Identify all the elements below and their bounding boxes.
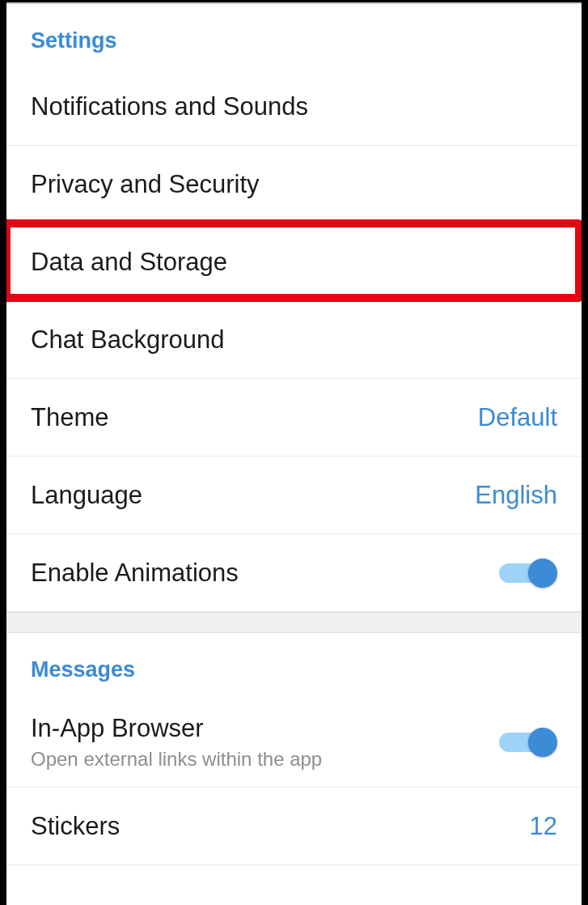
row-label: Theme xyxy=(31,403,108,432)
row-label: Stickers xyxy=(31,812,120,841)
settings-item-chat-background[interactable]: Chat Background xyxy=(6,301,582,379)
row-value: English xyxy=(475,481,557,510)
row-label: In-App Browser xyxy=(31,714,322,743)
enable-animations-toggle[interactable] xyxy=(499,559,557,588)
settings-section-header: Settings xyxy=(6,4,582,68)
inapp-browser-toggle[interactable] xyxy=(499,728,557,757)
settings-item-notifications[interactable]: Notifications and Sounds xyxy=(6,68,582,146)
row-value: 12 xyxy=(530,812,557,841)
settings-item-language[interactable]: Language English xyxy=(6,457,582,534)
settings-item-theme[interactable]: Theme Default xyxy=(6,379,582,457)
section-divider xyxy=(6,612,582,633)
row-label: Data and Storage xyxy=(31,248,227,277)
settings-item-enable-animations[interactable]: Enable Animations xyxy=(6,534,582,612)
settings-item-privacy[interactable]: Privacy and Security xyxy=(6,146,582,223)
row-label: Chat Background xyxy=(31,325,225,355)
row-value: Default xyxy=(478,403,557,432)
row-label: Language xyxy=(31,481,142,510)
messages-item-stickers[interactable]: Stickers 12 xyxy=(6,788,582,865)
settings-item-data-storage[interactable]: Data and Storage xyxy=(6,223,582,301)
row-subtext: Open external links within the app xyxy=(31,748,322,771)
row-label: Privacy and Security xyxy=(31,170,260,199)
row-label: Notifications and Sounds xyxy=(31,92,308,121)
messages-item-inapp-browser[interactable]: In-App Browser Open external links withi… xyxy=(6,697,582,788)
row-label: Enable Animations xyxy=(31,559,239,588)
messages-section-header: Messages xyxy=(6,633,582,697)
